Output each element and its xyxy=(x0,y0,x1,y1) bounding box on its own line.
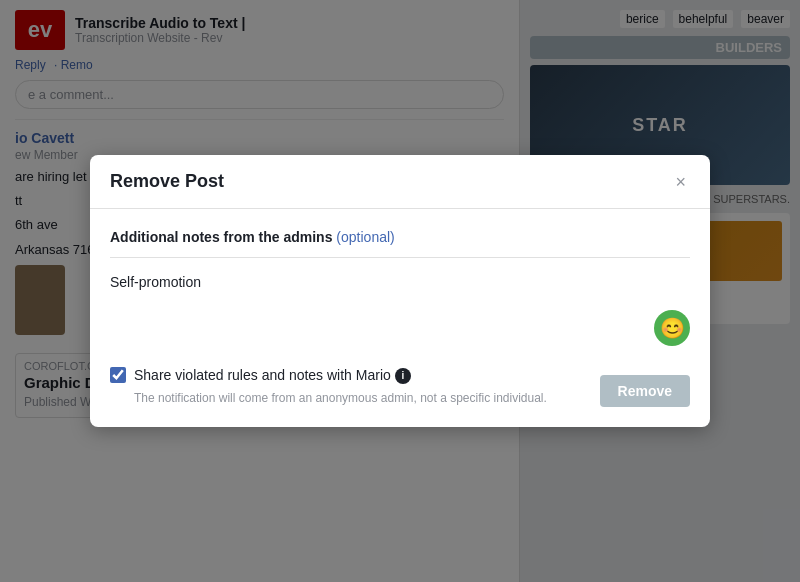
checkbox-sub-label: The notification will come from an anony… xyxy=(134,390,547,407)
notes-value: Self-promotion xyxy=(110,274,690,290)
modal-footer: Share violated rules and notes with Mari… xyxy=(90,366,710,426)
checkbox-label-area: Share violated rules and notes with Mari… xyxy=(134,366,547,406)
share-rules-label: Share violated rules and notes with Mari… xyxy=(134,366,391,386)
modal-overlay: Remove Post × Additional notes from the … xyxy=(0,0,800,582)
share-rules-checkbox[interactable] xyxy=(110,367,126,383)
modal-close-button[interactable]: × xyxy=(671,173,690,191)
optional-label: (optional) xyxy=(336,229,394,245)
remove-button[interactable]: Remove xyxy=(600,375,690,407)
remove-post-modal: Remove Post × Additional notes from the … xyxy=(90,155,710,426)
notes-divider xyxy=(110,257,690,258)
user-avatar-emoji: 😊 xyxy=(654,310,690,346)
share-rules-checkbox-area: Share violated rules and notes with Mari… xyxy=(110,366,588,406)
modal-body: Additional notes from the admins (option… xyxy=(90,209,710,366)
info-icon[interactable]: i xyxy=(395,368,411,384)
modal-title: Remove Post xyxy=(110,171,224,192)
notes-area: Self-promotion 😊 xyxy=(110,274,690,346)
modal-header: Remove Post × xyxy=(90,155,710,209)
checkbox-main-label: Share violated rules and notes with Mari… xyxy=(134,366,547,386)
admin-notes-label: Additional notes from the admins (option… xyxy=(110,229,690,245)
